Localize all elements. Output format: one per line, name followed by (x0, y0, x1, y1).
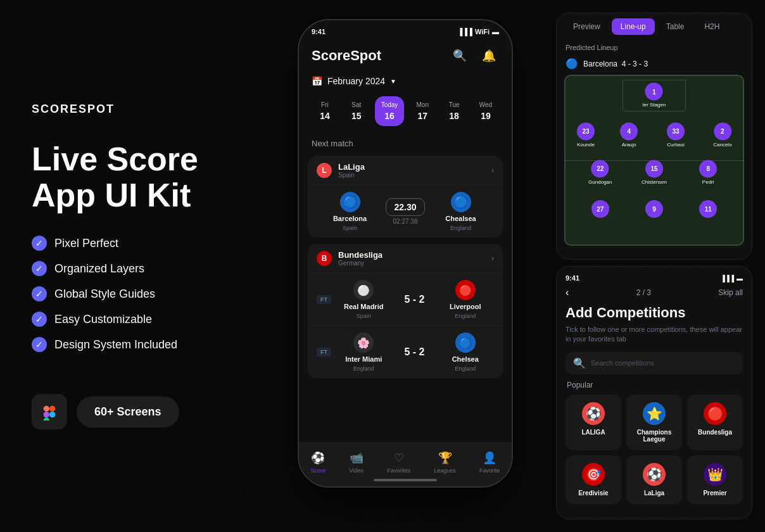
real-madrid-logo: ⚪ (353, 280, 374, 300)
phone-frame: 9:41 ▐▐▐ WiFi ▬ ScoreSpot 🔍 🔔 📅 February… (298, 19, 513, 488)
svg-point-4 (49, 412, 55, 417)
score-nav-icon: ⚽ (311, 451, 325, 465)
bundesliga-text: Bundesliga Germany (338, 250, 382, 267)
nav-favorites[interactable]: ♡ Favorites (387, 451, 410, 474)
phone-screen: 9:41 ▐▐▐ WiFi ▬ ScoreSpot 🔍 🔔 📅 February… (299, 20, 512, 486)
comp-premier[interactable]: 👑 Premier (687, 455, 743, 504)
favorite-nav-icon: 👤 (483, 451, 496, 465)
team-real-madrid: ⚪ Real Madrid Spain (335, 280, 393, 319)
team-barcelona: 🔵 Barcelona Spain (317, 192, 383, 231)
comp-bundesliga[interactable]: 🔴 Bundesliga (687, 395, 743, 450)
check-icon-5: ✓ (32, 337, 47, 352)
tab-h2h[interactable]: H2H (695, 18, 728, 35)
phone-mockup: 9:41 ▐▐▐ WiFi ▬ ScoreSpot 🔍 🔔 📅 February… (291, 19, 519, 513)
nav-favorite[interactable]: 👤 Favorite (479, 451, 500, 474)
day-strip: Fri 14 Sat 15 Today 16 Mon 17 Tue 18 (299, 94, 512, 134)
chevron-down-icon: ▼ (390, 78, 396, 85)
cl-comp-logo: ⭐ (643, 402, 666, 425)
calendar-icon: 📅 (312, 76, 322, 86)
date-selector[interactable]: 📅 February 2024 ▼ (299, 73, 512, 94)
bundesliga-header[interactable]: B Bundesliga Germany › (308, 244, 503, 273)
add-comp-title: Add Competitions (566, 305, 743, 321)
day-tue[interactable]: Tue 18 (441, 96, 467, 126)
day-mon[interactable]: Mon 17 (409, 96, 436, 126)
day-sat[interactable]: Sat 15 (343, 96, 370, 126)
team-inter-miami: 🌸 Inter Miami England (335, 332, 393, 372)
search-placeholder: Search competitions (591, 359, 654, 367)
status-time: 9:41 (312, 28, 326, 35)
left-panel: SCORESPOT Live Score App UI Kit ✓ Pixel … (0, 0, 291, 532)
brand-logo: SCORESPOT (32, 103, 260, 116)
match-row-madrid[interactable]: FT ⚪ Real Madrid Spain 5 - 2 🔴 Liverpool… (308, 273, 503, 326)
player-christensen: 15 Chistensen (642, 160, 667, 184)
nav-score[interactable]: ⚽ Score (311, 451, 326, 474)
check-icon-2: ✓ (32, 261, 47, 276)
svg-rect-2 (44, 412, 49, 417)
player-st: 9 (645, 200, 663, 219)
feature-customizable: ✓ Easy Customizable (32, 312, 260, 327)
comp-champions-league[interactable]: ⭐ Champions Laegue (626, 395, 682, 450)
mini-status-icons: ▐▐▐ ▬ (721, 275, 743, 282)
comp-eredivisie[interactable]: 🎯 Eredivisie (566, 455, 621, 504)
tab-table[interactable]: Table (657, 18, 693, 35)
bundesliga-info: B Bundesliga Germany (317, 250, 382, 267)
back-button[interactable]: ‹ (566, 287, 569, 298)
team-chelsea: 🔵 Chelsea England (437, 332, 495, 372)
player-kounde: 23 Kounde (577, 122, 595, 147)
bell-button[interactable]: 🔔 (479, 46, 499, 66)
search-button[interactable]: 🔍 (450, 46, 470, 66)
mini-battery-icon: ▬ (737, 275, 743, 282)
comp-laliga[interactable]: ⚽ LALIGA (566, 395, 621, 450)
app-name: ScoreSpot (312, 48, 381, 64)
svg-rect-0 (44, 406, 49, 412)
laliga-info: L LaLiga Spain (317, 162, 365, 179)
add-comp-subtitle: Tick to follow one or more competitions,… (566, 325, 743, 345)
nav-leagues[interactable]: 🏆 Leagues (434, 451, 456, 474)
barcelona-crest: 🔵 (566, 58, 578, 70)
match-row-miami[interactable]: FT 🌸 Inter Miami England 5 - 2 🔵 Chelsea… (308, 326, 503, 378)
day-wed[interactable]: Wed 19 (472, 96, 499, 126)
home-indicator (374, 479, 437, 481)
search-comp-icon: 🔍 (573, 357, 586, 369)
laliga-header[interactable]: L LaLiga Spain › (308, 156, 503, 185)
skip-all-button[interactable]: Skip all (718, 288, 743, 297)
day-today[interactable]: Today 16 (375, 96, 405, 126)
mini-time: 9:41 (566, 274, 579, 282)
day-fri[interactable]: Fri 14 (312, 96, 338, 126)
score-area-madrid: 5 - 2 (393, 294, 437, 305)
feature-design-system: ✓ Design System Included (32, 337, 260, 352)
laliga-text: LaLiga Spain (338, 162, 365, 179)
bundesliga-logo: B (317, 251, 332, 266)
add-comp-header: 9:41 ▐▐▐ ▬ ‹ 2 / 3 Skip all Add Competit… (557, 267, 752, 508)
search-competitions-bar[interactable]: 🔍 Search competitions (566, 352, 743, 374)
score-area-barcelona: 22.30 02:27:38 (383, 198, 427, 225)
inter-miami-logo: 🌸 (353, 332, 374, 353)
signal-icon: ▐▐▐ (457, 28, 472, 35)
tab-lineup[interactable]: Line-up (612, 18, 655, 35)
check-icon: ✓ (32, 236, 47, 251)
page-indicator: 2 / 3 (636, 288, 651, 297)
popular-label: Popular (566, 381, 743, 390)
match-row-barcelona[interactable]: 🔵 Barcelona Spain 22.30 02:27:38 🔵 Cheal… (308, 185, 503, 238)
formation-text: Barcelona 4 - 3 - 3 (583, 60, 648, 68)
header-icons: 🔍 🔔 (450, 46, 499, 66)
chevron-right-icon: › (491, 166, 494, 175)
player-lw: 27 (591, 200, 609, 219)
favorites-nav-icon: ♡ (394, 451, 404, 465)
player-gk: 1 ter Stagen (643, 83, 666, 108)
bundesliga-section: B Bundesliga Germany › FT ⚪ Real Madrid … (308, 244, 503, 378)
nav-video[interactable]: 📹 Video (349, 451, 364, 474)
bottom-bar: 60+ Screens (32, 394, 260, 429)
features-list: ✓ Pixel Perfect ✓ Organized Layers ✓ Glo… (32, 236, 260, 362)
team-chealsea: 🔵 Chealsea England (427, 192, 494, 231)
battery-icon: ▬ (492, 28, 499, 35)
feature-pixel-perfect: ✓ Pixel Perfect (32, 236, 260, 251)
team-liverpool: 🔴 Liverpool England (437, 280, 495, 319)
chealsea-logo: 🔵 (451, 192, 471, 212)
laliga-logo: L (317, 163, 332, 178)
tab-preview[interactable]: Preview (564, 18, 609, 35)
player-curbasi: 33 Curbasi (667, 122, 685, 147)
status-icons: ▐▐▐ WiFi ▬ (457, 28, 499, 35)
comp-laliga2[interactable]: ⚽ LaLiga (626, 455, 682, 504)
right-panel: Preview Line-up Table H2H Predicted Line… (550, 0, 765, 532)
